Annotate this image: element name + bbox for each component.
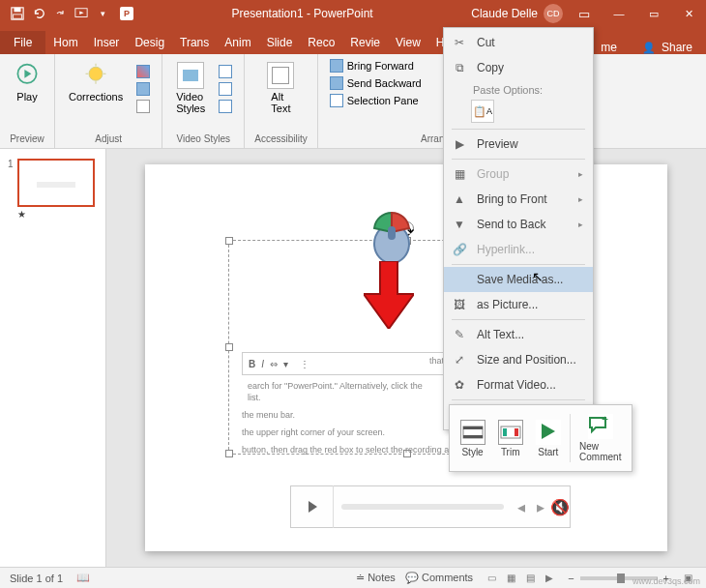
editor-body: 1 ★ ⟳ B I ⇔ ▾ ⋮ that of Xbox Ga earch fo… [0, 149, 706, 567]
volume-button[interactable]: 🔇 [550, 498, 570, 516]
maximize-button[interactable] [636, 0, 671, 27]
mini-format-toolbar[interactable]: B I ⇔ ▾ ⋮ [242, 352, 455, 375]
svg-rect-11 [388, 226, 396, 240]
zoom-out[interactable]: − [568, 573, 574, 584]
svg-rect-16 [503, 428, 507, 436]
video-shape-button[interactable] [217, 64, 234, 79]
send-backward-button[interactable]: Send Backward [328, 75, 424, 91]
tab-view[interactable]: View [388, 31, 428, 54]
format-icon: ✿ [452, 377, 467, 393]
mouse-illustration [369, 207, 414, 269]
mini-start[interactable]: Start [532, 418, 565, 459]
video-border-button[interactable] [217, 81, 234, 97]
comments-button[interactable]: 💬 Comments [405, 572, 473, 584]
annotation-arrow-down [364, 261, 414, 333]
share-icon: 👤 [642, 42, 656, 54]
view-slideshow[interactable]: ▶ [541, 571, 558, 586]
step-back-button[interactable]: ◂ [512, 498, 531, 516]
comment-add-icon: + [588, 414, 613, 439]
svg-rect-13 [463, 426, 483, 429]
undo-icon[interactable] [29, 4, 48, 23]
start-icon [536, 420, 561, 445]
qat-more-icon[interactable]: ▾ [93, 4, 112, 23]
tab-slideshow[interactable]: Slide [259, 31, 301, 54]
cm-copy[interactable]: ⧉Copy [444, 55, 593, 80]
svg-rect-2 [14, 15, 22, 18]
mini-style[interactable]: Style [456, 418, 489, 459]
mini-new-comment[interactable]: +New Comment [575, 412, 625, 464]
slide-indicator: Slide 1 of 1 [10, 573, 63, 584]
truncated-tab[interactable]: me [601, 41, 617, 54]
tab-review[interactable]: Revie [342, 31, 388, 54]
cm-format-video[interactable]: ✿Format Video... [444, 372, 593, 397]
window-title: Presentation1 - PowerPoint [133, 7, 471, 20]
preview-icon: ▶ [452, 136, 467, 152]
step-forward-button[interactable]: ▸ [531, 498, 550, 516]
reset-design-button[interactable] [134, 99, 152, 114]
tab-home[interactable]: Hom [45, 31, 85, 54]
close-button[interactable] [671, 0, 706, 27]
save-icon[interactable] [8, 4, 27, 23]
video-effects-button[interactable] [217, 99, 234, 114]
selection-pane-button[interactable]: Selection Pane [328, 93, 424, 108]
cut-icon: ✂ [452, 35, 467, 50]
slide-thumbnail[interactable] [17, 159, 95, 207]
paste-option-button[interactable]: 📋A [471, 100, 494, 123]
poster-frame-button[interactable] [134, 81, 152, 97]
cm-preview[interactable]: ▶Preview [444, 132, 593, 157]
mini-trim[interactable]: Trim [494, 418, 527, 459]
redo-icon[interactable] [50, 4, 70, 23]
media-seek[interactable] [341, 504, 504, 510]
ribbon: Play Preview Corrections Adjust Video St… [0, 54, 706, 149]
link-icon: 🔗 [452, 242, 467, 257]
cm-save-as-picture[interactable]: 🖼as Picture... [444, 292, 593, 317]
view-normal[interactable]: ▭ [483, 571, 500, 586]
user-avatar[interactable]: CD [544, 4, 563, 23]
cm-bring-to-front[interactable]: ▲Bring to Front▸ [444, 187, 593, 212]
svg-rect-1 [15, 8, 21, 12]
tab-transitions[interactable]: Trans [172, 31, 217, 54]
start-slideshow-icon[interactable] [72, 4, 91, 23]
app-icon: P [120, 7, 133, 20]
media-playbar: ◂ ▸ 🔇 [290, 485, 571, 528]
corrections-button[interactable]: Corrections [65, 58, 127, 106]
tab-file[interactable]: File [0, 31, 45, 54]
slides-panel: 1 ★ [0, 149, 106, 567]
picture-icon: 🖼 [452, 297, 467, 312]
ribbon-tabs: File Hom Inser Desig Trans Anim Slide Re… [0, 27, 706, 54]
alt-text-button[interactable]: Alt Text [263, 58, 298, 118]
notes-button[interactable]: ≐ Notes [356, 572, 396, 584]
color-button[interactable] [134, 64, 152, 79]
cm-cut[interactable]: ✂Cut [444, 30, 593, 55]
view-sorter[interactable]: ▦ [502, 571, 519, 586]
cm-send-to-back[interactable]: ▼Send to Back▸ [444, 212, 593, 237]
user-area: Claude Delle CD [471, 4, 567, 23]
svg-rect-14 [463, 435, 483, 438]
cm-paste-options-label: Paste Options: [444, 80, 593, 98]
tab-design[interactable]: Desig [127, 31, 172, 54]
view-reading[interactable]: ▤ [521, 571, 539, 586]
slide-number: 1 [8, 159, 14, 220]
share-button[interactable]: Share [662, 41, 692, 54]
tab-recording[interactable]: Reco [300, 31, 342, 54]
spellcheck-icon[interactable]: 📖 [76, 572, 90, 584]
tab-insert[interactable]: Inser [86, 31, 128, 54]
cm-save-media-as[interactable]: Save Media as... [444, 267, 593, 292]
svg-text:+: + [602, 414, 608, 426]
video-styles-button[interactable]: Video Styles [172, 58, 209, 118]
play-button[interactable]: Play [10, 58, 44, 106]
play-media-button[interactable] [291, 485, 334, 528]
minimize-button[interactable] [602, 0, 636, 27]
trim-icon [498, 420, 523, 445]
user-name[interactable]: Claude Delle [471, 7, 538, 20]
alttext-icon: ✎ [452, 327, 467, 342]
ribbon-group-adjust: Corrections Adjust [55, 54, 162, 148]
svg-rect-17 [515, 428, 518, 436]
tab-animations[interactable]: Anim [217, 31, 258, 54]
bring-forward-button[interactable]: Bring Forward [328, 58, 424, 74]
cm-edit-alt-text[interactable]: ✎Alt Text... [444, 322, 593, 347]
cm-size-position[interactable]: ⤢Size and Position... [444, 347, 593, 372]
ribbon-options-icon[interactable]: ▭ [567, 0, 602, 27]
ribbon-group-accessibility: Alt Text Accessibility [245, 54, 317, 148]
group-icon: ▦ [452, 166, 467, 182]
